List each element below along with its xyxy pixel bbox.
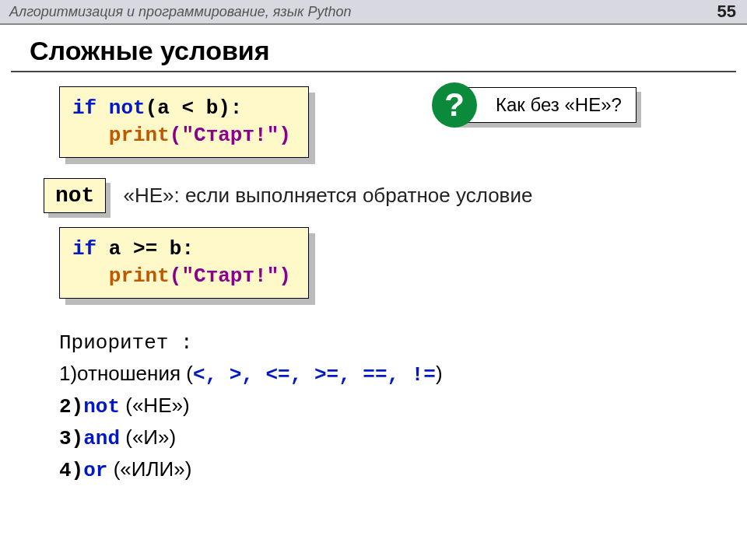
cond: a >= b: <box>96 237 194 261</box>
indent <box>72 124 109 147</box>
callout-text: Как без «НЕ»? <box>496 94 622 115</box>
code-content: if a >= b: print("Старт!") <box>59 227 309 299</box>
priority-line-2: 2)not («НЕ») <box>59 390 747 422</box>
fn-print: print <box>109 264 170 288</box>
header-bar: Алгоритмизация и программирование, язык … <box>0 0 747 25</box>
post: («НЕ») <box>120 394 190 417</box>
kw: and <box>83 427 120 450</box>
title-underline <box>11 71 736 72</box>
kw-if: if <box>72 96 96 120</box>
priority-header: Приоритет : <box>59 328 747 359</box>
post: ) <box>436 362 443 385</box>
priority-line-4: 4)or («ИЛИ») <box>59 454 747 486</box>
not-badge-wrap: not <box>44 178 106 213</box>
kw-if: if <box>72 237 96 261</box>
callout-box: ? Как без «НЕ»? <box>451 87 637 123</box>
kw-not: not <box>109 96 146 120</box>
not-description: «НЕ»: если выполняется обратное условие <box>123 184 532 208</box>
code-block-1: if not(a < b): print("Старт!") <box>59 86 309 158</box>
post: («И») <box>120 425 176 449</box>
page-number: 55 <box>717 2 736 22</box>
not-row: not «НЕ»: если выполняется обратное усло… <box>44 178 747 213</box>
priority-list: Приоритет : 1)отношения (<, >, <=, >=, =… <box>59 328 747 486</box>
cond: (a < b): <box>146 96 243 120</box>
code-content: if not(a < b): print("Старт!") <box>59 86 309 158</box>
str-args: ("Старт!") <box>170 124 291 147</box>
not-badge: not <box>44 178 106 213</box>
fn-print: print <box>109 124 170 147</box>
question-icon: ? <box>432 82 477 128</box>
num: 2) <box>59 395 83 418</box>
slide-title: Сложные условия <box>30 36 747 69</box>
ops: <, >, <=, >=, ==, != <box>193 363 436 387</box>
pre: 1)отношения ( <box>59 362 193 385</box>
num: 3) <box>59 427 83 450</box>
indent <box>72 264 109 288</box>
priority-line-3: 3)and («И») <box>59 422 747 454</box>
kw: or <box>83 459 107 482</box>
question-callout: ? Как без «НЕ»? <box>451 87 637 123</box>
code-block-2: if a >= b: print("Старт!") <box>59 227 309 299</box>
str-args: ("Старт!") <box>170 264 291 288</box>
post: («ИЛИ») <box>107 457 191 481</box>
num: 4) <box>59 459 83 482</box>
header-title: Алгоритмизация и программирование, язык … <box>9 4 351 20</box>
kw: not <box>83 395 120 418</box>
priority-line-1: 1)отношения (<, >, <=, >=, ==, !=) <box>59 359 747 390</box>
